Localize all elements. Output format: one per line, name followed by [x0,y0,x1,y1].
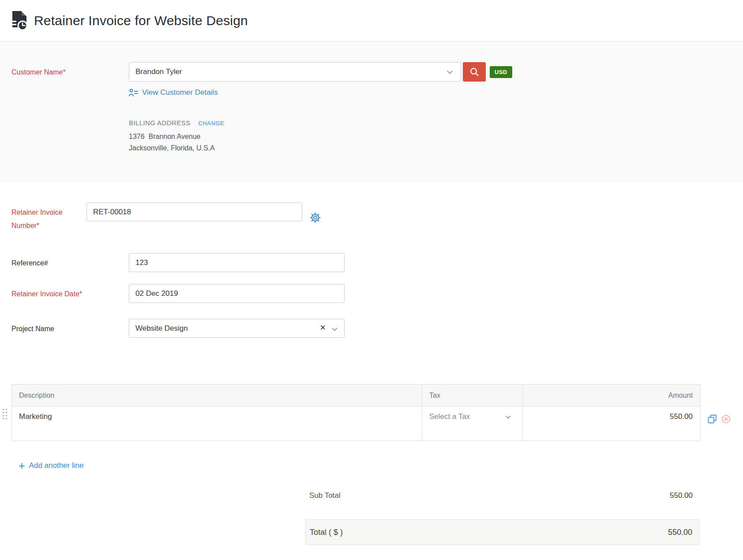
billing-change-link[interactable]: CHANGE [198,120,224,127]
gear-icon[interactable] [309,212,321,224]
invoice-details-form: Retainer Invoice Number* RET-00018 Refer… [0,182,743,338]
tax-select[interactable]: Select a Tax [429,412,515,421]
column-header-description: Description [12,385,422,407]
reference-label: Reference# [11,253,129,272]
page-title: Retainer Invoice for Website Design [34,13,248,28]
item-tax-cell[interactable]: Select a Tax [422,407,523,441]
view-customer-details-link[interactable]: View Customer Details [129,88,218,97]
copy-row-icon[interactable] [707,414,717,424]
billing-address-heading: BILLING ADDRESS [129,119,190,127]
add-another-line-button[interactable]: + Add another line [19,461,83,470]
search-icon [469,67,480,77]
drag-handle-icon[interactable] [1,408,8,420]
page-header: Retainer Invoice for Website Design [0,0,743,41]
subtotal-row: Sub Total 550.00 [305,491,699,500]
invoice-date-label: Retainer Invoice Date* [11,284,129,303]
column-header-amount: Amount [523,385,701,407]
item-amount-cell[interactable]: 550.00 [523,407,701,441]
chevron-down-icon[interactable] [332,325,338,331]
customer-name-label: Customer Name* [11,62,129,154]
total-value: 550.00 [668,528,692,537]
user-details-icon [129,89,138,97]
billing-address-line1: 1376 Brannon Avenue [129,131,512,142]
chevron-down-icon [506,414,510,418]
currency-badge: USD [490,66,512,78]
subtotal-label: Sub Total [309,491,341,500]
plus-icon: + [19,462,25,470]
table-header-row: Description Tax Amount [12,385,701,407]
subtotal-value: 550.00 [670,491,693,500]
customer-section: Customer Name* Brandon Tyler USD [0,41,743,182]
customer-name-select[interactable]: Brandon Tyler [129,62,461,82]
retainer-invoice-icon [11,11,27,31]
line-items-table: Description Tax Amount Marketing Select … [11,384,700,441]
reference-input[interactable]: 123 [129,253,345,272]
invoice-number-label: Retainer Invoice Number* [11,202,86,232]
column-header-tax: Tax [422,385,523,407]
chevron-down-icon[interactable] [447,68,453,74]
billing-address-block: BILLING ADDRESS CHANGE 1376 Brannon Aven… [129,119,512,154]
billing-address-line2: Jacksonville, Florida, U.S.A [129,142,512,154]
clear-icon[interactable]: × [320,323,326,332]
project-name-label: Project Name [11,319,129,338]
customer-search-button[interactable] [463,62,486,82]
table-row: Marketing Select a Tax 550.00 [12,407,701,441]
invoice-number-input[interactable]: RET-00018 [86,202,302,221]
project-name-select[interactable]: Website Design × [129,319,345,338]
item-description-cell[interactable]: Marketing [12,407,422,441]
total-label: Total ( $ ) [310,528,343,537]
total-row: Total ( $ ) 550.00 [305,519,699,545]
customer-name-value: Brandon Tyler [135,67,182,76]
delete-row-icon[interactable] [721,414,731,424]
totals-section: Sub Total 550.00 Total ( $ ) 550.00 [305,491,699,545]
invoice-date-input[interactable]: 02 Dec 2019 [129,284,345,303]
